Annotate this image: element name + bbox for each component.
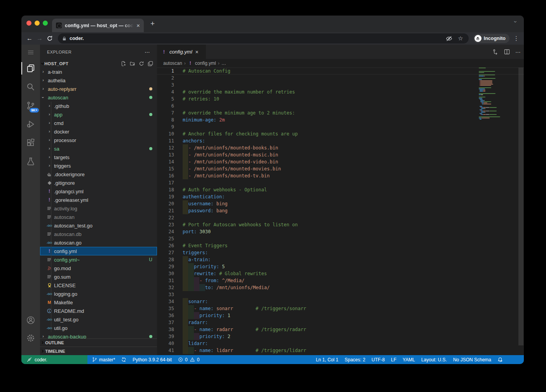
- editor-tab-close-icon[interactable]: ×: [195, 49, 199, 55]
- code-line-28[interactable]: 28a-train:: [157, 256, 524, 263]
- run-debug-icon[interactable]: [21, 116, 40, 132]
- forward-button[interactable]: →: [35, 35, 45, 42]
- breadcrumb[interactable]: autoscan›!config.yml›…: [157, 59, 524, 68]
- tree-folder-autoscan-backup[interactable]: ›autoscan-backup: [40, 332, 157, 338]
- tab-close-icon[interactable]: ×: [136, 23, 140, 28]
- account-icon[interactable]: [21, 312, 40, 328]
- tab-search-chevron-icon[interactable]: ›: [513, 21, 519, 23]
- new-folder-icon[interactable]: [130, 61, 135, 66]
- explorer-more-icon[interactable]: ⋯: [145, 49, 150, 55]
- tree-file-activity-log[interactable]: activity.log: [40, 204, 157, 213]
- code-line-39[interactable]: 39priority: 2: [157, 333, 524, 340]
- code-line-40[interactable]: 40lidarr:: [157, 340, 524, 347]
- browser-menu-icon[interactable]: ⋮: [513, 35, 519, 42]
- code-editor[interactable]: 1# Autoscan Config234# override the maxi…: [157, 68, 524, 355]
- code-line-2[interactable]: 2: [157, 75, 524, 82]
- editor-scrollbar[interactable]: [518, 68, 523, 345]
- code-line-38[interactable]: 38- name: radarr # /triggers/radarr: [157, 326, 524, 333]
- code-line-33[interactable]: 33: [157, 291, 524, 298]
- code-line-12[interactable]: 12- /mnt/unionfs/mounted-books.bin: [157, 144, 524, 151]
- extensions-icon[interactable]: [21, 135, 40, 151]
- search-icon[interactable]: [21, 79, 40, 95]
- outline-section[interactable]: › OUTLINE: [40, 338, 157, 347]
- editor-tab-configyml[interactable]: ! config.yml ×: [157, 45, 206, 59]
- remote-indicator[interactable]: coder.: [21, 355, 87, 364]
- tree-folder-auto-replyarr[interactable]: ›auto-replyarr: [40, 85, 157, 93]
- close-window-button[interactable]: [26, 21, 31, 26]
- browser-tab[interactable]: config.yml — host_opt — code ×: [52, 19, 144, 32]
- code-line-7[interactable]: 7# override the minimum age to 2 minutes…: [157, 109, 524, 116]
- tree-file--golangci-yml[interactable]: !.golangci.yml: [40, 187, 157, 196]
- tree-file-util-test-go[interactable]: -GOutil_test.go: [40, 315, 157, 324]
- status-ln-1-col-1[interactable]: Ln 1, Col 1: [313, 355, 342, 364]
- eye-off-icon[interactable]: [446, 35, 452, 42]
- status-spaces-2[interactable]: Spaces: 2: [342, 355, 368, 364]
- reload-button[interactable]: [45, 35, 55, 42]
- sync-button[interactable]: [118, 355, 129, 364]
- minimap[interactable]: [479, 68, 513, 120]
- code-line-35[interactable]: 35- name: sonarr # /triggers/sonarr: [157, 305, 524, 312]
- back-button[interactable]: ←: [24, 35, 35, 42]
- explorer-icon[interactable]: [21, 61, 40, 76]
- code-line-20[interactable]: 20username: bing: [157, 200, 524, 207]
- code-line-30[interactable]: 30rewrite: # Global rewrites: [157, 270, 524, 277]
- status-yaml[interactable]: YAML: [399, 355, 418, 364]
- tree-file-go-mod[interactable]: go.mod: [40, 264, 157, 272]
- tree-folder-authelia[interactable]: ›authelia: [40, 76, 157, 85]
- tree-folder--github[interactable]: ›.github: [40, 102, 157, 110]
- code-line-21[interactable]: 21password: bang: [157, 207, 524, 214]
- code-line-26[interactable]: 26# Event Triggers: [157, 242, 524, 249]
- code-line-6[interactable]: 6: [157, 102, 524, 109]
- new-tab-button[interactable]: +: [150, 19, 155, 28]
- code-line-32[interactable]: 32to: /mnt/unionfs/Media/: [157, 284, 524, 291]
- tree-folder-sa[interactable]: ›sa: [40, 144, 157, 153]
- code-line-5[interactable]: 5# retries: 10: [157, 95, 524, 102]
- tree-file-logging-go[interactable]: -GOlogging.go: [40, 290, 157, 298]
- tree-folder-autoscan[interactable]: ›autoscan: [40, 93, 157, 102]
- tree-file--goreleaser-yml[interactable]: !.goreleaser.yml: [40, 196, 157, 204]
- tree-file-autoscan-go[interactable]: -GOautoscan.go: [40, 238, 157, 247]
- tree-folder-cmd[interactable]: ›cmd: [40, 119, 157, 127]
- code-line-25[interactable]: 25: [157, 235, 524, 242]
- tree-file-autoscan[interactable]: autoscan: [40, 213, 157, 221]
- minimize-window-button[interactable]: [35, 21, 40, 26]
- breadcrumb-item[interactable]: config.yml: [195, 61, 216, 66]
- status-layout-u-s-[interactable]: Layout: U.S.: [418, 355, 450, 364]
- code-line-36[interactable]: 36priority: 1: [157, 312, 524, 319]
- split-editor-icon[interactable]: [504, 49, 510, 55]
- code-line-34[interactable]: 34sonarr:: [157, 298, 524, 305]
- collapse-all-icon[interactable]: [148, 61, 153, 66]
- code-line-24[interactable]: 24port: 3030: [157, 228, 524, 235]
- code-line-37[interactable]: 37radarr:: [157, 319, 524, 326]
- tree-folder-a-train[interactable]: ›a-train: [40, 68, 157, 76]
- tree-folder-processor[interactable]: ›processor: [40, 136, 157, 144]
- status-utf-8[interactable]: UTF-8: [368, 355, 388, 364]
- breadcrumb-item[interactable]: autoscan: [163, 61, 182, 66]
- code-line-27[interactable]: 27triggers:: [157, 249, 524, 256]
- tree-file-license[interactable]: LICENSE: [40, 281, 157, 290]
- code-line-9[interactable]: 9: [157, 123, 524, 130]
- code-line-19[interactable]: 19authentication:: [157, 193, 524, 200]
- code-line-8[interactable]: 8minimum-age: 2m: [157, 116, 524, 123]
- testing-icon[interactable]: [21, 154, 40, 169]
- code-line-29[interactable]: 29priority: 5: [157, 263, 524, 270]
- code-line-15[interactable]: 15- /mnt/unionfs/mounted-movies.bin: [157, 165, 524, 172]
- problems-item[interactable]: 0 0: [175, 355, 202, 364]
- code-line-4[interactable]: 4# override the maximum number of retrie…: [157, 88, 524, 95]
- open-changes-icon[interactable]: [493, 49, 499, 55]
- code-line-22[interactable]: 22: [157, 214, 524, 221]
- code-line-10[interactable]: 10# Anchor files for checking mounts are…: [157, 130, 524, 137]
- code-line-14[interactable]: 14- /mnt/unionfs/mounted-video.bin: [157, 158, 524, 165]
- tree-file--dockerignore[interactable]: .dockerignore: [40, 170, 157, 179]
- code-line-18[interactable]: 18# Auth for webhooks - Optional: [157, 186, 524, 193]
- tree-folder-targets[interactable]: ›targets: [40, 153, 157, 161]
- tree-file-config-yml[interactable]: !config.yml: [40, 247, 157, 255]
- code-line-41[interactable]: 41- name: lidarr # /triggers/lidarr: [157, 347, 524, 354]
- maximize-window-button[interactable]: [43, 21, 48, 26]
- source-control-icon[interactable]: 9K+: [21, 98, 40, 113]
- tree-file-autoscan-test-go[interactable]: -GOautoscan_test.go: [40, 221, 157, 230]
- tree-file-readme-md[interactable]: README.md: [40, 307, 157, 315]
- git-branch-item[interactable]: master*: [89, 355, 118, 364]
- code-line-13[interactable]: 13- /mnt/unionfs/mounted-music.bin: [157, 151, 524, 158]
- notifications-bell-icon[interactable]: [494, 355, 506, 364]
